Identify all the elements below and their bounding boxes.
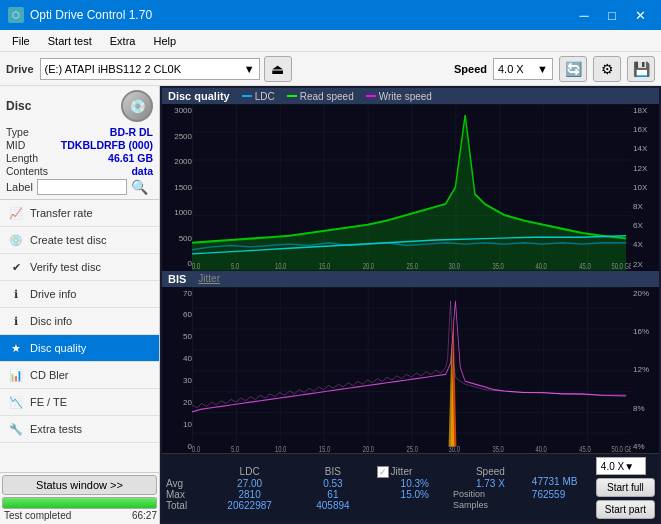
chart2-body: 70 60 50 40 30 20 10 0 — [162, 287, 659, 454]
menu-help[interactable]: Help — [145, 33, 184, 49]
max-jitter: 15.0% — [377, 489, 453, 500]
max-ldc: 2810 — [202, 489, 297, 500]
menu-start-test[interactable]: Start test — [40, 33, 100, 49]
svg-rect-15 — [192, 287, 631, 454]
nav-disc-info[interactable]: ℹ Disc info — [0, 308, 159, 335]
type-value: BD-R DL — [110, 126, 153, 138]
nav-disc-quality[interactable]: ★ Disc quality — [0, 335, 159, 362]
app-title: Opti Drive Control 1.70 — [30, 8, 152, 22]
col-bis-header: BIS — [297, 466, 368, 478]
refresh-button[interactable]: 🔄 — [559, 56, 587, 82]
speed-dropdown-small[interactable]: 4.0 X ▼ — [596, 457, 646, 475]
save-button[interactable]: 💾 — [627, 56, 655, 82]
action-area: 4.0 X ▼ Start full Start part — [596, 457, 655, 519]
stats-avg-row: Avg 27.00 0.53 10.3% 1.73 X — [166, 478, 528, 489]
nav-transfer-rate[interactable]: 📈 Transfer rate — [0, 200, 159, 227]
disc-info-icon: ℹ — [8, 313, 24, 329]
legend-write-label: Write speed — [379, 91, 432, 102]
type-label: Type — [6, 126, 29, 138]
menu-bar: File Start test Extra Help — [0, 30, 661, 52]
chart1-y-right: 18X 16X 14X 12X 10X 8X 6X 4X 2X — [631, 104, 659, 271]
legend-read-color — [287, 95, 297, 97]
jitter-checkbox[interactable]: ✓ — [377, 466, 389, 478]
position-label: Position — [453, 489, 528, 500]
transfer-rate-icon: 📈 — [8, 205, 24, 221]
svg-text:50.0 GB: 50.0 GB — [611, 444, 631, 453]
drive-label: Drive — [6, 63, 34, 75]
progress-bar-fill — [3, 498, 156, 508]
label-input[interactable] — [37, 179, 127, 195]
max-bis: 61 — [297, 489, 368, 500]
nav-drive-info-label: Drive info — [30, 288, 76, 300]
nav-fe-te[interactable]: 📉 FE / TE — [0, 389, 159, 416]
nav-create-test-label: Create test disc — [30, 234, 106, 246]
chart1-title: Disc quality — [168, 90, 230, 102]
verify-test-icon: ✔ — [8, 259, 24, 275]
nav-verify-test-disc[interactable]: ✔ Verify test disc — [0, 254, 159, 281]
avg-ldc: 27.00 — [202, 478, 297, 489]
drive-dropdown[interactable]: (E:) ATAPI iHBS112 2 CL0K ▼ — [40, 58, 260, 80]
speed-label: Speed — [454, 63, 487, 75]
status-bar: Status window >> Test completed 66:27 — [0, 472, 159, 524]
menu-extra[interactable]: Extra — [102, 33, 144, 49]
settings-button[interactable]: ⚙ — [593, 56, 621, 82]
status-window-button[interactable]: Status window >> — [2, 475, 157, 495]
speed-dropdown[interactable]: 4.0 X ▼ — [493, 58, 553, 80]
nav-drive-info[interactable]: ℹ Drive info — [0, 281, 159, 308]
start-full-button[interactable]: Start full — [596, 478, 655, 497]
fe-te-icon: 📉 — [8, 394, 24, 410]
svg-text:20.0: 20.0 — [363, 444, 374, 453]
svg-text:35.0: 35.0 — [492, 261, 503, 270]
nav-extra-tests[interactable]: 🔧 Extra tests — [0, 416, 159, 443]
length-label: Length — [6, 152, 38, 164]
chart2-header: BIS Jitter — [162, 271, 659, 287]
start-part-button[interactable]: Start part — [596, 500, 655, 519]
label-label: Label — [6, 181, 33, 193]
chart2-svg: 0.0 5.0 10.0 15.0 20.0 25.0 30.0 35.0 40… — [192, 287, 631, 454]
app-icon: ⬡ — [8, 7, 24, 23]
svg-text:0.0: 0.0 — [192, 261, 200, 270]
stats-bar: LDC BIS ✓ Jitter Speed — [162, 453, 659, 522]
maximize-button[interactable]: □ — [599, 5, 625, 25]
avg-label: Avg — [166, 478, 202, 489]
drive-info-icon: ℹ — [8, 286, 24, 302]
extra-tests-icon: 🔧 — [8, 421, 24, 437]
chart2-y-right: 20% 16% 12% 8% 4% — [631, 287, 659, 454]
main-content: Disc quality LDC Read speed Write speed … — [160, 86, 661, 524]
svg-text:0.0: 0.0 — [192, 444, 200, 453]
svg-text:15.0: 15.0 — [319, 444, 330, 453]
svg-text:45.0: 45.0 — [579, 444, 590, 453]
label-icon[interactable]: 🔍 — [131, 179, 148, 195]
svg-text:10.0: 10.0 — [275, 261, 286, 270]
svg-text:20.0: 20.0 — [363, 261, 374, 270]
mid-label: MID — [6, 139, 25, 151]
close-button[interactable]: ✕ — [627, 5, 653, 25]
total-bis: 405894 — [297, 500, 368, 511]
nav-items: 📈 Transfer rate 💿 Create test disc ✔ Ver… — [0, 200, 159, 472]
stats-table: LDC BIS ✓ Jitter Speed — [166, 466, 528, 511]
disc-quality-icon: ★ — [8, 340, 24, 356]
speed-dropdown-value: 4.0 X — [601, 461, 624, 472]
contents-label: Contents — [6, 165, 48, 177]
menu-file[interactable]: File — [4, 33, 38, 49]
jitter-label: Jitter — [391, 466, 413, 477]
svg-text:25.0: 25.0 — [407, 261, 418, 270]
create-test-icon: 💿 — [8, 232, 24, 248]
drive-select-area: (E:) ATAPI iHBS112 2 CL0K ▼ ⏏ — [40, 56, 448, 82]
minimize-button[interactable]: ─ — [571, 5, 597, 25]
nav-fe-te-label: FE / TE — [30, 396, 67, 408]
svg-text:5.0: 5.0 — [231, 444, 239, 453]
svg-text:40.0: 40.0 — [535, 444, 546, 453]
svg-text:5.0: 5.0 — [231, 261, 239, 270]
chart1-body: 3000 2500 2000 1500 1000 500 0 — [162, 104, 659, 271]
svg-text:50.0 GB: 50.0 GB — [611, 261, 631, 270]
disc-title: Disc — [6, 99, 31, 113]
position-samples: 47731 MB 762559 — [532, 476, 592, 500]
avg-jitter: 10.3% — [377, 478, 453, 489]
status-text: Test completed — [2, 509, 73, 522]
nav-create-test-disc[interactable]: 💿 Create test disc — [0, 227, 159, 254]
chart2-plot-area: 0.0 5.0 10.0 15.0 20.0 25.0 30.0 35.0 40… — [192, 287, 631, 454]
nav-cd-bler[interactable]: 📊 CD Bler — [0, 362, 159, 389]
eject-button[interactable]: ⏏ — [264, 56, 292, 82]
max-label: Max — [166, 489, 202, 500]
